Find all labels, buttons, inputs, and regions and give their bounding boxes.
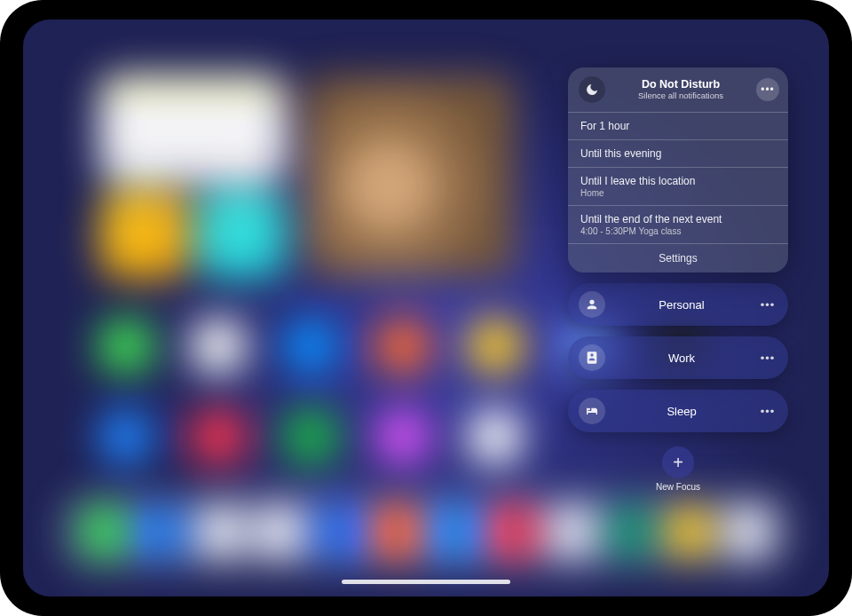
app-icon	[726, 506, 770, 557]
focus-more-button[interactable]: •••	[758, 351, 777, 365]
dnd-settings-button[interactable]: Settings	[568, 243, 788, 272]
moon-icon	[579, 76, 605, 103]
focus-label: Work	[616, 351, 747, 365]
app-icon	[99, 320, 153, 373]
badge-icon	[579, 344, 605, 371]
dnd-header: Do Not Disturb Silence all notifications…	[568, 67, 788, 112]
new-focus-button[interactable]: +	[662, 446, 694, 478]
focus-mode-work[interactable]: Work •••	[568, 336, 788, 379]
focus-mode-personal[interactable]: Personal •••	[568, 283, 788, 326]
app-icon	[609, 506, 653, 557]
dnd-more-button[interactable]: •••	[756, 78, 779, 101]
ipad-screen: Do Not Disturb Silence all notifications…	[23, 20, 829, 596]
app-icon	[284, 410, 337, 463]
app-icon	[667, 506, 712, 557]
person-icon	[579, 291, 605, 318]
widget-small-1	[99, 190, 188, 279]
app-icon	[99, 410, 153, 463]
dnd-option-until-leave-location[interactable]: Until I leave this location Home	[568, 167, 788, 205]
new-focus-label: New Focus	[656, 482, 700, 492]
app-icon	[82, 506, 126, 557]
app-icon	[199, 506, 243, 557]
dnd-subtitle: Silence all notifications	[614, 91, 747, 101]
app-icon	[192, 410, 245, 463]
notes-widget	[99, 75, 286, 181]
widget-small-2	[197, 190, 286, 279]
dnd-option-label: For 1 hour	[580, 120, 629, 132]
app-icon	[140, 506, 185, 557]
app-icon	[376, 410, 430, 463]
dnd-option-until-end-of-event[interactable]: Until the end of the next event 4:00 - 5…	[568, 205, 788, 243]
app-icon	[316, 506, 360, 557]
app-icon	[257, 506, 302, 557]
dock	[62, 494, 790, 570]
app-row-2	[99, 410, 522, 463]
dnd-option-sub: Home	[580, 188, 776, 198]
bed-icon	[579, 398, 605, 424]
photos-widget	[305, 75, 515, 277]
ipad-frame: Do Not Disturb Silence all notifications…	[0, 0, 852, 616]
app-icon	[284, 320, 337, 373]
app-icon	[433, 506, 477, 557]
dnd-option-until-evening[interactable]: Until this evening	[568, 139, 788, 167]
focus-more-button[interactable]: •••	[758, 405, 777, 418]
focus-label: Personal	[616, 298, 747, 312]
home-indicator[interactable]	[342, 580, 510, 584]
dnd-option-for-1-hour[interactable]: For 1 hour	[568, 112, 788, 139]
dnd-option-label: Until the end of the next event	[580, 213, 722, 225]
dnd-title-group: Do Not Disturb Silence all notifications	[614, 78, 747, 100]
dnd-settings-label: Settings	[659, 252, 697, 265]
app-icon	[376, 320, 430, 373]
focus-overlay: Do Not Disturb Silence all notifications…	[568, 67, 788, 492]
app-icon	[192, 320, 245, 373]
app-icon	[375, 506, 419, 557]
app-icon	[492, 506, 536, 557]
new-focus-group: + New Focus	[568, 446, 788, 492]
focus-more-button[interactable]: •••	[758, 298, 777, 312]
dnd-option-sub: 4:00 - 5:30PM Yoga class	[580, 226, 776, 236]
app-icon	[469, 320, 522, 373]
app-icon	[469, 410, 522, 463]
dnd-title: Do Not Disturb	[614, 78, 747, 91]
plus-icon: +	[673, 453, 683, 473]
focus-mode-sleep[interactable]: Sleep •••	[568, 390, 788, 432]
focus-label: Sleep	[616, 405, 747, 418]
dnd-option-label: Until this evening	[580, 147, 661, 160]
app-icon	[550, 506, 595, 557]
do-not-disturb-card: Do Not Disturb Silence all notifications…	[568, 67, 788, 272]
dnd-option-label: Until I leave this location	[580, 175, 695, 187]
